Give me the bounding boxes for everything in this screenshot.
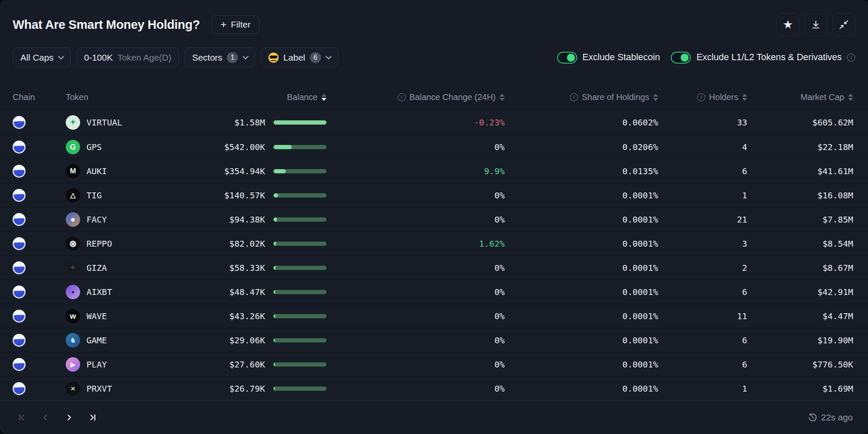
balance-bar [274,145,327,149]
share-of-holdings-value: 0.0001% [505,208,658,231]
chain-cell [13,256,66,279]
token-cell[interactable]: △ TIG [66,184,201,207]
token-cell[interactable]: ⊗ REPPO [66,232,201,255]
sort-icon [742,94,747,101]
token-age-filter[interactable]: 0-100K Token Age(D) [76,47,179,67]
balance-value: $58.33K [201,256,265,279]
balance-bar [274,387,327,391]
chain-cell [13,377,66,400]
token-cell[interactable]: ✦ GIZA [66,256,201,279]
token-icon: △ [66,188,80,203]
token-icon-glyph: ● [71,289,75,295]
token-icon-glyph: ☻ [70,216,76,223]
token-name: TIG [87,190,102,200]
token-icon: ▶ [66,357,80,372]
next-page-button[interactable] [63,411,75,424]
share-of-holdings-value: 0.0001% [505,280,658,303]
balance-bar-cell [265,208,343,231]
info-icon[interactable]: i [398,93,406,101]
token-icon: ♞ [66,333,80,348]
token-cell[interactable]: ♞ GAME [66,328,201,352]
token-icon: ⊗ [66,236,80,251]
balance-bar-fill [274,338,275,342]
column-header-chain: Chain [13,85,66,109]
chevron-down-icon [58,53,64,59]
table-row[interactable]: ● AIXBT $48.47K 0% 0.0001% 6 $42.91M [0,279,868,303]
token-cell[interactable]: M AUKI [66,159,201,183]
token-cell[interactable]: ☻ FACY [66,208,201,231]
balance-bar-fill [274,169,286,173]
column-header-balance-change[interactable]: i Balance Change (24H) [343,85,505,109]
token-icon-glyph: ✦ [70,264,76,271]
token-name: AUKI [87,166,107,176]
balance-value: $542.00K [201,135,265,159]
table-row[interactable]: ✦ VIRTUAL $1.58M -0.23% 0.0602% 33 $605.… [0,110,868,134]
balance-change-value: 0% [343,184,505,207]
balance-bar [274,362,327,367]
column-header-holders[interactable]: i Holders [658,85,747,109]
balance-bar-cell [265,280,343,303]
column-header-share-of-holdings[interactable]: i Share of Holdings [505,85,658,109]
exclude-l1l2-toggle[interactable] [671,52,691,64]
balance-bar-cell [265,159,343,183]
chain-cell [13,232,66,255]
token-name: REPPO [87,239,112,249]
first-page-button[interactable] [15,411,28,424]
sectors-filter[interactable]: Sectors 1 [184,47,255,67]
token-cell[interactable]: ● AIXBT [66,280,201,303]
token-cell[interactable]: ✦ VIRTUAL [66,110,201,134]
download-button[interactable] [804,13,827,36]
token-cell[interactable]: G GPS [66,135,201,159]
chain-icon [13,262,25,274]
table-row[interactable]: ✦ GIZA $58.33K 0% 0.0001% 2 $8.67M [0,255,868,279]
balance-change-value: 0% [343,256,505,279]
label-filter[interactable]: Label 6 [261,47,338,67]
balance-value: $140.57K [201,184,265,207]
token-cell[interactable]: ✕ PRXVT [66,377,201,400]
last-page-button[interactable] [87,411,99,424]
market-cap-filter[interactable]: All Caps [13,47,71,67]
chain-icon [13,165,25,178]
market-cap-value: $41.61M [747,159,853,183]
sectors-count-badge: 1 [227,52,238,63]
token-name: GIZA [87,263,107,273]
chain-cell [13,208,66,231]
table-row[interactable]: G GPS $542.00K 0% 0.0206% 4 $22.18M [0,134,868,159]
previous-page-button[interactable] [39,411,52,424]
collapse-button[interactable] [832,13,855,36]
share-of-holdings-value: 0.0001% [505,377,658,400]
table-row[interactable]: ▶ PLAY $27.60K 0% 0.0001% 6 $776.50K [0,352,868,376]
chain-cell [13,135,66,159]
info-icon[interactable]: i [697,93,705,101]
balance-value: $29.06K [201,328,265,352]
token-icon-glyph: M [70,167,76,175]
token-cell[interactable]: w WAVE [66,304,201,328]
token-name: WAVE [87,311,107,321]
add-filter-button[interactable]: + Filter [212,15,260,34]
token-icon-glyph: ✕ [70,386,75,392]
balance-header-label: Balance [287,92,318,102]
token-icon-glyph: w [70,312,76,320]
table-row[interactable]: M AUKI $354.94K 9.9% 0.0135% 6 $41.61M [0,159,868,183]
favorite-button[interactable]: ★ [776,13,799,36]
balance-bar-fill [274,290,275,294]
token-name: PLAY [87,359,107,370]
table-row[interactable]: ✕ PRXVT $26.79K 0% 0.0001% 1 $1.69M [0,376,868,400]
balance-value: $26.79K [201,377,265,400]
table-row[interactable]: ⊗ REPPO $82.02K 1.62% 0.0001% 3 $8.54M [0,231,868,255]
exclude-stablecoin-toggle[interactable] [557,52,577,64]
chain-cell [13,159,66,183]
info-icon[interactable]: i [847,53,855,61]
table-row[interactable]: ☻ FACY $94.38K 0% 0.0001% 21 $7.85M [0,207,868,231]
balance-value: $43.26K [201,304,265,328]
table-row[interactable]: ♞ GAME $29.06K 0% 0.0001% 6 $19.90M [0,328,868,352]
table-row[interactable]: △ TIG $140.57K 0% 0.0001% 1 $16.08M [0,183,868,207]
balance-bar [274,290,327,294]
exclude-stablecoin-toggle-group: Exclude Stablecoin [557,52,660,64]
token-cell[interactable]: ▶ PLAY [66,353,201,376]
column-header-balance[interactable]: Balance [201,85,343,109]
table-row[interactable]: w WAVE $43.26K 0% 0.0001% 11 $4.47M [0,303,868,328]
chain-icon [13,116,25,129]
column-header-market-cap[interactable]: Market Cap [747,85,853,109]
info-icon[interactable]: i [570,93,578,101]
